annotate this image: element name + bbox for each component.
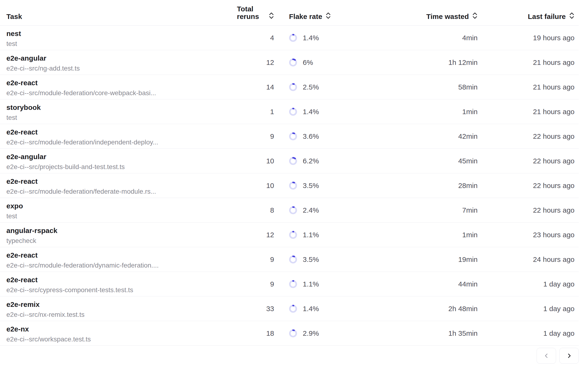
time-wasted-cell: 1min — [343, 223, 478, 247]
flake-rate-cell: 3.5% — [274, 173, 343, 198]
sort-chevron-up-down-icon[interactable] — [325, 12, 331, 21]
last-failure-value: 22 hours ago — [533, 132, 575, 140]
total-reruns-value: 18 — [266, 329, 274, 337]
total-reruns-cell: 18 — [237, 321, 274, 345]
flake-rate-value: 1.1% — [303, 231, 319, 239]
last-failure-value: 23 hours ago — [533, 231, 575, 239]
last-failure-cell: 22 hours ago — [478, 149, 575, 173]
table-row[interactable]: e2e-react e2e-ci--src/module-federation/… — [0, 173, 579, 198]
table-row[interactable]: e2e-remix e2e-ci--src/nx-remix.test.ts 3… — [0, 296, 579, 321]
time-wasted-value: 1h 35min — [449, 329, 478, 337]
time-wasted-value: 1h 12min — [449, 59, 478, 67]
next-page-button[interactable] — [559, 348, 579, 364]
last-failure-cell: 19 hours ago — [478, 26, 575, 50]
task-name: e2e-react — [6, 276, 38, 284]
table-row[interactable]: e2e-react e2e-ci--src/cypress-component-… — [0, 272, 579, 296]
total-reruns-value: 9 — [270, 280, 274, 288]
time-wasted-cell: 28min — [343, 173, 478, 198]
task-target: typecheck — [6, 237, 36, 245]
column-header-flake-rate-label: Flake rate — [289, 13, 322, 20]
flake-rate-cell: 1.4% — [274, 26, 343, 50]
total-reruns-value: 12 — [266, 231, 274, 239]
last-failure-cell: 1 day ago — [478, 296, 575, 321]
flake-rate-donut-icon — [289, 305, 297, 313]
total-reruns-value: 8 — [270, 206, 274, 214]
flake-rate-donut-icon — [289, 108, 297, 116]
total-reruns-cell: 12 — [237, 223, 274, 247]
total-reruns-value: 9 — [270, 132, 274, 140]
time-wasted-value: 28min — [458, 182, 478, 190]
table-row[interactable]: e2e-react e2e-ci--src/module-federation/… — [0, 75, 579, 99]
last-failure-cell: 22 hours ago — [478, 124, 575, 148]
task-name: angular-rspack — [6, 227, 57, 235]
total-reruns-cell: 9 — [237, 247, 274, 272]
task-target: e2e-ci--src/nx-remix.test.ts — [6, 311, 85, 319]
table-header-row: Task Total reruns Flake rate Time wasted… — [0, 0, 579, 26]
table-row[interactable]: e2e-angular e2e-ci--src/ng-add.test.ts 1… — [0, 50, 579, 75]
last-failure-cell: 22 hours ago — [478, 198, 575, 222]
table-row[interactable]: e2e-react e2e-ci--src/module-federation/… — [0, 124, 579, 149]
flake-rate-value: 6% — [303, 59, 313, 67]
time-wasted-value: 4min — [462, 34, 478, 42]
task-name: nest — [6, 30, 21, 38]
last-failure-cell: 21 hours ago — [478, 75, 575, 99]
total-reruns-cell: 10 — [237, 149, 274, 173]
task-cell: e2e-angular e2e-ci--src/ng-add.test.ts — [0, 50, 237, 74]
total-reruns-value: 4 — [270, 34, 274, 42]
previous-page-button[interactable] — [537, 348, 556, 364]
time-wasted-cell: 42min — [343, 124, 478, 148]
flake-rate-donut-icon — [289, 182, 297, 190]
task-target: e2e-ci--src/cypress-component-tests.test… — [6, 286, 133, 294]
task-cell: e2e-react e2e-ci--src/module-federation/… — [0, 247, 237, 272]
column-header-task-label: Task — [6, 13, 22, 20]
task-target: e2e-ci--src/module-federation/dynamic-fe… — [6, 261, 159, 270]
column-header-task: Task — [0, 0, 237, 25]
flake-rate-value: 3.6% — [303, 132, 319, 140]
flake-rate-donut-icon — [289, 132, 297, 140]
column-header-time-wasted-label: Time wasted — [426, 13, 469, 20]
last-failure-value: 22 hours ago — [533, 206, 575, 214]
task-name: e2e-nx — [6, 325, 29, 333]
task-cell: e2e-nx e2e-ci--src/workspace.test.ts — [0, 321, 237, 345]
table-row[interactable]: e2e-nx e2e-ci--src/workspace.test.ts 18 … — [0, 321, 579, 346]
table-row[interactable]: e2e-angular e2e-ci--src/projects-build-a… — [0, 149, 579, 173]
time-wasted-cell: 45min — [343, 149, 478, 173]
time-wasted-value: 2h 48min — [449, 305, 478, 313]
last-failure-cell: 21 hours ago — [478, 50, 575, 74]
chevron-right-icon — [566, 353, 572, 359]
column-header-time-wasted[interactable]: Time wasted — [343, 0, 478, 25]
time-wasted-value: 19min — [458, 255, 478, 263]
total-reruns-value: 9 — [270, 255, 274, 263]
flake-rate-donut-icon — [289, 231, 297, 239]
flake-rate-value: 1.4% — [303, 34, 319, 42]
column-header-total-reruns-label: Total reruns — [237, 5, 265, 20]
time-wasted-value: 44min — [458, 280, 478, 288]
column-header-last-failure-label: Last failure — [528, 13, 566, 20]
total-reruns-value: 12 — [266, 59, 274, 67]
last-failure-cell: 24 hours ago — [478, 247, 575, 272]
table-row[interactable]: e2e-react e2e-ci--src/module-federation/… — [0, 247, 579, 272]
sort-chevron-up-down-icon[interactable] — [269, 12, 274, 21]
last-failure-value: 22 hours ago — [533, 182, 575, 190]
sort-chevron-up-down-icon[interactable] — [569, 12, 575, 21]
time-wasted-value: 58min — [458, 83, 478, 91]
table-row[interactable]: nest test 4 1.4% 4min 19 hours ago — [0, 26, 579, 50]
table-row[interactable]: expo test 8 2.4% 7min 22 hours ago — [0, 198, 579, 223]
task-name: e2e-react — [6, 251, 38, 259]
flake-rate-value: 2.4% — [303, 206, 319, 214]
task-target: e2e-ci--src/module-federation/independen… — [6, 138, 158, 146]
last-failure-cell: 1 day ago — [478, 321, 575, 345]
column-header-flake-rate[interactable]: Flake rate — [274, 0, 343, 25]
task-name: expo — [6, 202, 23, 210]
column-header-total-reruns[interactable]: Total reruns — [237, 0, 274, 25]
last-failure-value: 21 hours ago — [533, 83, 575, 91]
column-header-last-failure[interactable]: Last failure — [478, 0, 575, 25]
task-name: e2e-react — [6, 177, 38, 185]
last-failure-value: 19 hours ago — [533, 34, 575, 42]
sort-chevron-up-down-icon[interactable] — [472, 12, 478, 21]
total-reruns-value: 14 — [266, 83, 274, 91]
table-row[interactable]: angular-rspack typecheck 12 1.1% 1min 23… — [0, 223, 579, 247]
table-row[interactable]: storybook test 1 1.4% 1min 21 hours ago — [0, 99, 579, 124]
flake-rate-value: 3.5% — [303, 255, 319, 263]
flake-rate-value: 3.5% — [303, 182, 319, 190]
